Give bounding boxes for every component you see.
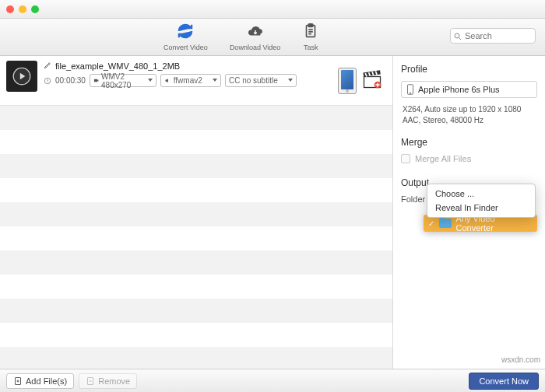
- device-preview-icon[interactable]: [338, 68, 357, 94]
- minus-doc-icon: [86, 376, 95, 386]
- watermark-text: wsxdn.com: [501, 355, 540, 364]
- codec-audio-info: AAC, Stereo, 48000 Hz: [403, 115, 537, 126]
- refresh-icon: [177, 23, 194, 43]
- task-tab[interactable]: Task: [302, 23, 319, 51]
- subtitle-select[interactable]: CC no subtitle: [225, 74, 297, 87]
- svg-point-2: [455, 33, 459, 38]
- profile-section-title: Profile: [401, 64, 537, 75]
- plus-doc-icon: [13, 376, 23, 386]
- edit-video-icon[interactable]: [361, 68, 383, 93]
- convert-now-label: Convert Now: [479, 376, 529, 386]
- add-files-label: Add File(s): [26, 376, 67, 386]
- folder-icon: [439, 219, 452, 228]
- video-codec-select[interactable]: WMV2 480x270: [90, 74, 156, 87]
- main-toolbar: Convert Video Download Video Task: [0, 19, 545, 56]
- file-list: file_example_WMV_480_1_2MB 00:00:30 WMV2…: [0, 56, 392, 369]
- merge-all-checkbox[interactable]: [401, 154, 410, 163]
- convert-video-label: Convert Video: [164, 44, 208, 51]
- search-icon: [453, 30, 462, 44]
- file-row[interactable]: file_example_WMV_480_1_2MB 00:00:30 WMV2…: [0, 56, 392, 106]
- search-input[interactable]: [450, 28, 536, 44]
- remove-label: Remove: [98, 376, 130, 386]
- remove-button: Remove: [79, 373, 137, 389]
- convert-video-tab[interactable]: Convert Video: [164, 23, 208, 51]
- maximize-window-button[interactable]: [31, 5, 39, 13]
- profile-select[interactable]: Apple iPhone 6s Plus: [401, 81, 537, 98]
- minimize-window-button[interactable]: [19, 5, 26, 13]
- menu-reveal-in-finder[interactable]: Reveal In Finder: [427, 201, 535, 215]
- svg-rect-1: [309, 24, 314, 27]
- play-icon: [12, 66, 32, 86]
- task-label: Task: [304, 44, 318, 51]
- convert-now-button[interactable]: Convert Now: [469, 373, 539, 390]
- bottom-bar: Add File(s) Remove Convert Now: [0, 369, 545, 392]
- close-window-button[interactable]: [6, 5, 14, 13]
- video-icon: [93, 77, 99, 84]
- output-folder-label: Folder: [401, 194, 425, 204]
- add-files-button[interactable]: Add File(s): [6, 373, 74, 389]
- clipboard-icon: [302, 23, 319, 43]
- svg-rect-5: [94, 79, 97, 82]
- window-controls: [6, 5, 39, 13]
- audio-codec-select[interactable]: ffwmav2: [160, 74, 221, 87]
- merge-section-title: Merge: [401, 137, 537, 148]
- svg-point-10: [410, 93, 410, 93]
- download-video-label: Download Video: [230, 44, 280, 51]
- file-name: file_example_WMV_480_1_2MB: [55, 61, 180, 71]
- speaker-icon: [164, 77, 171, 84]
- window-titlebar: [0, 0, 545, 19]
- duration-label: 00:00:30: [55, 76, 86, 85]
- profile-device-label: Apple iPhone 6s Plus: [418, 85, 500, 94]
- menu-choose[interactable]: Choose ...: [427, 187, 535, 201]
- phone-icon: [406, 84, 414, 95]
- cloud-download-icon: [247, 23, 264, 43]
- download-video-tab[interactable]: Download Video: [230, 23, 280, 51]
- folder-context-menu: Choose ... Reveal In Finder: [427, 184, 536, 218]
- clock-icon: [44, 77, 51, 85]
- codec-video-info: X264, Auto size up to 1920 x 1080: [403, 104, 537, 115]
- video-thumbnail[interactable]: [6, 61, 37, 92]
- pencil-icon[interactable]: [44, 61, 52, 71]
- merge-all-label: Merge All Files: [415, 154, 471, 163]
- search-field[interactable]: [450, 28, 536, 44]
